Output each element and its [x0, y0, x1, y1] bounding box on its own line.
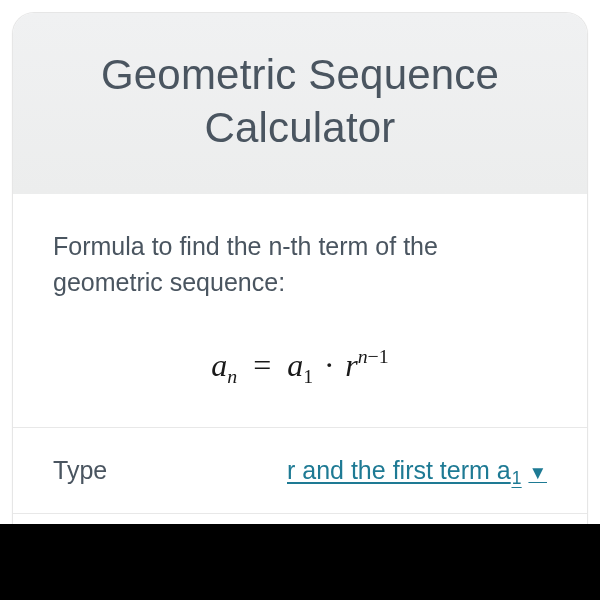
bottom-bar [0, 524, 600, 600]
type-row: Type r and the first term a1 ▼ [13, 428, 587, 514]
formula-display: an = a1 · rn−1 [53, 345, 547, 388]
type-select-sub: 1 [512, 468, 522, 489]
formula-sub-1: 1 [303, 364, 313, 386]
formula-exponent: n−1 [358, 345, 389, 367]
formula-var-a: a [211, 347, 227, 383]
formula-description: Formula to find the n-th term of the geo… [53, 228, 547, 301]
formula-var-a1: a [287, 347, 303, 383]
formula-dot: · [321, 347, 337, 383]
chevron-down-icon: ▼ [528, 462, 547, 484]
card-header: Geometric Sequence Calculator [13, 13, 587, 194]
page-title: Geometric Sequence Calculator [43, 49, 557, 154]
formula-equals: = [245, 347, 279, 383]
type-label: Type [53, 456, 183, 485]
formula-var-r: r [345, 347, 357, 383]
formula-sub-n: n [227, 364, 237, 386]
formula-section: Formula to find the n-th term of the geo… [13, 194, 587, 428]
calculator-card: Geometric Sequence Calculator Formula to… [12, 12, 588, 600]
type-select-text: r and the first term a [287, 456, 511, 485]
type-select[interactable]: r and the first term a1 ▼ [183, 456, 547, 485]
